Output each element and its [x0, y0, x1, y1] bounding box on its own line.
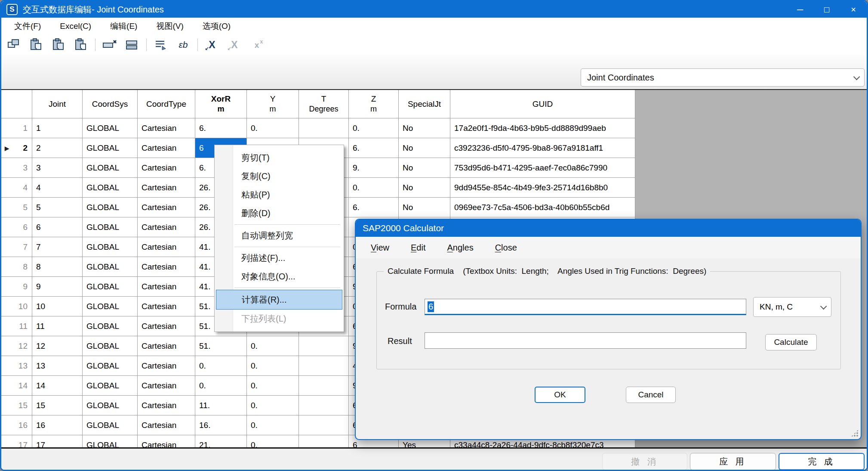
cell-coordtype[interactable]: Cartesian [138, 237, 195, 257]
cell-y[interactable]: 0. [247, 396, 299, 415]
context-menu-item[interactable]: 剪切(T) [215, 149, 344, 167]
row-header[interactable]: 4 [1, 178, 32, 197]
delete-row-icon[interactable] [124, 37, 140, 53]
cell-joint[interactable]: 1 [32, 118, 83, 138]
formula-icon[interactable]: εb [175, 37, 191, 53]
result-input[interactable] [425, 332, 746, 349]
ok-button[interactable]: OK [535, 387, 585, 403]
cell-coordsys[interactable]: GLOBAL [83, 415, 138, 435]
cell-z[interactable]: 6. [349, 138, 399, 158]
row-header[interactable]: 7 [1, 237, 32, 257]
row-header[interactable]: 6 [1, 217, 32, 237]
undo-button[interactable]: 撤 消 [602, 453, 687, 470]
cell-t[interactable] [299, 336, 349, 356]
cell-joint[interactable]: 3 [32, 158, 83, 177]
cancel-button[interactable]: Cancel [626, 387, 676, 403]
row-header[interactable]: 10 [1, 297, 32, 316]
row-header[interactable]: 16 [1, 415, 32, 435]
cell-y[interactable]: 0. [247, 336, 299, 356]
cell-xorr[interactable]: 6. [195, 118, 247, 138]
menu-excel[interactable]: Excel(C) [60, 22, 91, 31]
cell-coordtype[interactable]: Cartesian [138, 217, 195, 237]
cell-guid[interactable]: 9dd9455e-854c-4b49-9fe3-25714d16b8b0 [450, 178, 635, 197]
row-header[interactable]: 5 [1, 198, 32, 217]
row-header[interactable]: 17 [1, 435, 32, 447]
cell-coordsys[interactable]: GLOBAL [83, 118, 138, 138]
row-header[interactable]: 1 [1, 118, 32, 138]
done-button[interactable]: 完 成 [779, 453, 865, 470]
cell-z[interactable]: 0. [349, 118, 399, 138]
cell-coordsys[interactable]: GLOBAL [83, 237, 138, 257]
cell-guid[interactable]: 17a2e0f1-f9da-4b63-b9b5-dd8889d99aeb [450, 118, 635, 138]
paste-insert-icon[interactable] [50, 37, 67, 53]
cell-coordtype[interactable]: Cartesian [138, 158, 195, 177]
row-header[interactable]: 8 [1, 257, 32, 276]
header-guid[interactable]: GUID [450, 90, 635, 118]
close-button[interactable]: × [840, 1, 867, 18]
cell-joint[interactable]: 2 [32, 138, 83, 158]
context-menu-item[interactable]: 计算器(R)... [216, 290, 342, 310]
cell-coordsys[interactable]: GLOBAL [83, 158, 138, 177]
cell-xorr[interactable]: 0. [195, 356, 247, 375]
context-menu-item[interactable]: 删除(D) [215, 204, 344, 223]
paste-icon[interactable] [28, 37, 44, 53]
cell-coordsys[interactable]: GLOBAL [83, 356, 138, 375]
cell-joint[interactable]: 12 [32, 336, 83, 356]
cell-coordsys[interactable]: GLOBAL [83, 316, 138, 336]
cell-y[interactable]: 0. [247, 435, 299, 447]
cell-joint[interactable]: 8 [32, 257, 83, 276]
row-header[interactable]: 12 [1, 336, 32, 356]
cell-joint[interactable]: 11 [32, 316, 83, 336]
context-menu-item[interactable]: 复制(C) [215, 167, 344, 186]
x-disabled-icon[interactable]: ↙X [226, 37, 243, 53]
header-joint[interactable]: Joint [32, 90, 83, 118]
cell-y[interactable]: 0. [247, 415, 299, 435]
cell-coordsys[interactable]: GLOBAL [83, 396, 138, 415]
cell-guid[interactable]: 753d95d6-b471-4295-aaef-7ec0a86c7990 [450, 158, 635, 177]
cell-y[interactable]: 0. [247, 356, 299, 375]
cell-joint[interactable]: 10 [32, 297, 83, 316]
context-menu-item[interactable]: 对象信息(O)... [215, 267, 344, 286]
cell-joint[interactable]: 6 [32, 217, 83, 237]
cell-coordsys[interactable]: GLOBAL [83, 257, 138, 276]
cell-t[interactable] [299, 415, 349, 435]
cell-coordsys[interactable]: GLOBAL [83, 178, 138, 197]
context-menu-item[interactable]: 列描述(F)... [215, 249, 344, 267]
cell-xorr[interactable]: 21. [195, 435, 247, 447]
cell-t[interactable] [299, 356, 349, 375]
cell-coordtype[interactable]: Cartesian [138, 336, 195, 356]
cell-coordsys[interactable]: GLOBAL [83, 217, 138, 237]
apply-button[interactable]: 应 用 [690, 453, 776, 470]
calculator-menu-edit[interactable]: Edit [411, 243, 425, 253]
calculator-menu-close[interactable]: Close [495, 243, 517, 253]
cell-t[interactable] [299, 435, 349, 447]
header-coordtype[interactable]: CoordType [138, 90, 195, 118]
cell-joint[interactable]: 13 [32, 356, 83, 375]
cell-t[interactable] [299, 376, 349, 395]
calculator-menu-angles[interactable]: Angles [447, 243, 473, 253]
menu-edit[interactable]: 编辑(E) [110, 21, 137, 32]
row-header[interactable]: 14 [1, 376, 32, 395]
find-replace-icon[interactable] [153, 37, 169, 53]
cell-coordtype[interactable]: Cartesian [138, 316, 195, 336]
maximize-button[interactable]: □ [813, 1, 840, 18]
cell-coordtype[interactable]: Cartesian [138, 376, 195, 395]
cell-coordtype[interactable]: Cartesian [138, 277, 195, 296]
cell-guid[interactable]: c3923236-d5f0-4795-9ba8-967a9181aff1 [450, 138, 635, 158]
units-dropdown[interactable]: KN, m, C [753, 297, 831, 317]
cell-z[interactable]: 6. [349, 198, 399, 217]
cell-t[interactable] [299, 396, 349, 415]
cell-y[interactable]: 0. [247, 376, 299, 395]
cell-coordsys[interactable]: GLOBAL [83, 435, 138, 447]
cell-coordtype[interactable]: Cartesian [138, 138, 195, 158]
cell-joint[interactable]: 4 [32, 178, 83, 197]
cell-coordtype[interactable]: Cartesian [138, 415, 195, 435]
menu-file[interactable]: 文件(F) [14, 21, 41, 32]
cell-coordsys[interactable]: GLOBAL [83, 376, 138, 395]
cell-joint[interactable]: 17 [32, 435, 83, 447]
cell-joint[interactable]: 7 [32, 237, 83, 257]
cell-coordsys[interactable]: GLOBAL [83, 297, 138, 316]
cell-coordsys[interactable]: GLOBAL [83, 198, 138, 217]
cell-coordsys[interactable]: GLOBAL [83, 277, 138, 296]
cell-specialjt[interactable]: No [399, 178, 450, 197]
